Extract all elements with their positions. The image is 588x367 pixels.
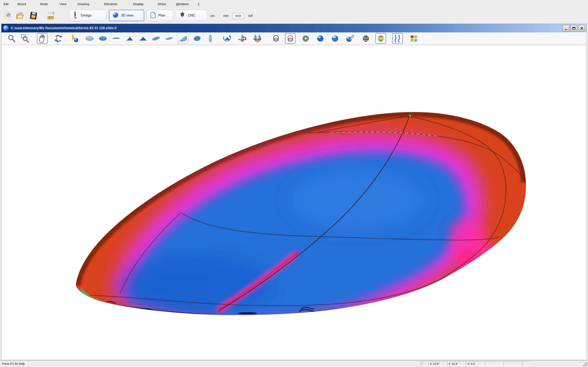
status-panel-empty-2 — [503, 361, 521, 366]
unit-in-f[interactable]: in/f — [246, 13, 255, 19]
menu-item-help[interactable]: ? — [198, 0, 199, 8]
window-buttons — [563, 25, 585, 31]
mode-button-label: Design — [81, 13, 92, 17]
unit-inch[interactable]: inch — [233, 13, 244, 19]
display-painted-icon[interactable] — [345, 33, 355, 44]
main-toolbar: Design3D viewPlanCNCcmmminchin/f — [0, 8, 588, 24]
minimize-button[interactable] — [563, 25, 570, 31]
document-window: C:\users\dennery\My Documents\hotelcalif… — [1, 24, 587, 360]
view-toolbar — [1, 33, 587, 45]
status-panel-empty-3 — [522, 361, 529, 366]
menu-item-file[interactable]: File — [4, 0, 9, 8]
status-panel-empty-1 — [485, 361, 503, 366]
view-perspective-4-icon[interactable] — [192, 33, 202, 44]
view-bottom-icon[interactable] — [98, 33, 108, 44]
mode-button-plan[interactable]: Plan — [147, 10, 173, 21]
maximize-button[interactable] — [571, 25, 577, 31]
menu-item-elements[interactable]: Elements — [104, 0, 117, 8]
sphere3d-icon — [112, 11, 119, 20]
dimensions-icon[interactable] — [46, 10, 57, 21]
view-top-icon[interactable] — [84, 33, 95, 44]
pan-hand-icon[interactable] — [37, 33, 48, 44]
status-z-coordinate: Z: 0.0" — [466, 361, 484, 366]
display-slices-colored-icon[interactable] — [285, 33, 296, 44]
document-title: C:\users\dennery\My Documents\hotelcalif… — [11, 26, 117, 30]
menu-item-mode[interactable]: Mode — [40, 0, 48, 8]
view-back-icon[interactable] — [138, 33, 148, 44]
document-icon — [3, 25, 9, 31]
menu-item-view[interactable]: View — [60, 0, 66, 8]
menu-item-ghost[interactable]: Ghost — [158, 0, 166, 8]
close-button[interactable] — [578, 25, 585, 31]
design-icon — [72, 11, 79, 20]
board-3d-render[interactable] — [1, 45, 587, 360]
document-title-bar[interactable]: C:\users\dennery\My Documents\hotelcalif… — [1, 24, 587, 33]
cnc-icon — [179, 11, 186, 20]
plan-icon — [149, 11, 156, 20]
display-curvature-icon[interactable] — [375, 33, 386, 44]
view-perspective-2-icon[interactable] — [164, 33, 174, 44]
mode-button-3d-view[interactable]: 3D view — [109, 10, 144, 21]
menu-item-display[interactable]: Display — [133, 0, 144, 8]
display-shaded-icon[interactable] — [315, 33, 326, 44]
status-bar: Press F1 for help "X: 23.6"Y: 43.4"Z: 0.… — [0, 360, 588, 367]
resize-grip[interactable] — [582, 361, 588, 367]
mode-button-label: Plan — [158, 13, 165, 17]
shape3d-application: { "menu": { "items": [ {"label":"File","… — [0, 0, 588, 367]
view-outline-front-icon[interactable] — [205, 33, 216, 44]
display-flow-lines-icon[interactable] — [392, 33, 403, 44]
view-front-icon[interactable] — [124, 33, 135, 44]
mode-button-cnc[interactable]: CNC — [176, 10, 207, 21]
display-slices-icon[interactable] — [271, 33, 281, 44]
display-zebra-icon[interactable] — [361, 33, 371, 44]
rotate-horizontal-icon[interactable] — [237, 33, 248, 44]
status-help-text: Press F1 for help — [2, 360, 25, 367]
mode-button-label: CNC — [188, 13, 195, 17]
view-side-icon[interactable] — [111, 33, 121, 44]
menu-bar: FileBoardModeViewDrawingElementsDisplayG… — [0, 0, 588, 8]
view-perspective-3-icon[interactable] — [178, 33, 189, 44]
zoom-icon[interactable] — [6, 33, 17, 44]
status-x-coordinate: X: 23.6" — [428, 361, 446, 366]
status-y-coordinate: Y: 43.4" — [447, 361, 465, 366]
rotate-3d-icon[interactable] — [53, 33, 63, 44]
mode-button-design[interactable]: Design — [69, 10, 106, 21]
unit-mm[interactable]: mm — [222, 13, 230, 19]
save-icon[interactable] — [28, 10, 39, 21]
open-folder-icon[interactable] — [14, 10, 25, 21]
new-board-icon[interactable] — [3, 10, 13, 21]
zoom-area-icon[interactable] — [20, 33, 30, 44]
select-3d-icon[interactable] — [70, 33, 80, 44]
display-shaded-smooth-icon[interactable] — [330, 33, 340, 44]
unit-cm[interactable]: cm — [209, 13, 216, 19]
display-colors-icon[interactable] — [408, 33, 419, 44]
menu-item-windows[interactable]: Windows — [176, 0, 189, 8]
viewport-canvas[interactable] — [1, 45, 587, 360]
status-unit-symbol: " — [421, 361, 428, 366]
flip-board-icon[interactable] — [252, 33, 263, 44]
display-wireframe-icon[interactable] — [300, 33, 311, 44]
menu-item-drawing[interactable]: Drawing — [78, 0, 89, 8]
view-perspective-1-icon[interactable] — [151, 33, 161, 44]
menu-item-board[interactable]: Board — [17, 0, 26, 8]
mode-button-label: 3D view — [121, 13, 133, 17]
rotate-front-icon[interactable] — [222, 33, 232, 44]
